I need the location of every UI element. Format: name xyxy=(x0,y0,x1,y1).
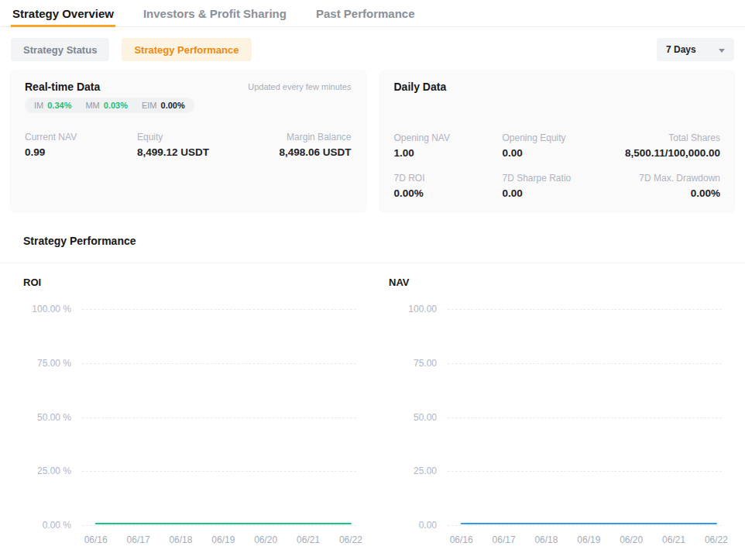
time-range-dropdown[interactable]: 7 Days xyxy=(657,38,734,61)
nav-chart: NAV 100.0075.0050.0025.000.0006/1606/170… xyxy=(389,277,722,551)
realtime-card-title: Real-time Data xyxy=(25,80,100,94)
im-badge: IM 0.34% xyxy=(34,101,71,110)
stat-label: 7D Sharpe Ratio xyxy=(503,173,640,184)
stat-value: 8,498.06 USDT xyxy=(279,146,351,159)
data-cards-row: Real-time Data Updated every few minutes… xyxy=(0,61,745,213)
stat-value: 1.00 xyxy=(394,147,503,160)
y-axis-label: 25.00 xyxy=(389,466,437,476)
x-axis-label: 06/21 xyxy=(297,534,320,545)
tab-past-performance[interactable]: Past Performance xyxy=(314,0,417,27)
x-axis-label: 06/22 xyxy=(705,534,728,545)
y-axis-label: 100.00 % xyxy=(23,304,71,314)
x-axis-label: 06/22 xyxy=(339,534,362,545)
mm-label: MM xyxy=(85,101,99,110)
daily-card-title: Daily Data xyxy=(394,80,447,94)
top-tab-bar: Strategy Overview Investors & Profit Sha… xyxy=(0,0,745,27)
y-axis-label: 75.00 % xyxy=(23,358,71,369)
x-axis-label: 06/18 xyxy=(534,534,558,545)
tab-strategy-overview[interactable]: Strategy Overview xyxy=(11,0,115,27)
x-axis-label: 06/21 xyxy=(662,534,685,545)
nav-chart-plot[interactable]: 100.0075.0050.0025.000.0006/1606/1706/18… xyxy=(389,309,722,551)
nav-line-svg xyxy=(448,309,722,525)
stat-current-nav: Current NAV 0.99 xyxy=(25,132,137,159)
eim-badge: EIM 0.00% xyxy=(142,101,185,110)
x-axis-label: 06/19 xyxy=(211,534,235,545)
pill-strategy-performance[interactable]: Strategy Performance xyxy=(122,38,251,61)
plot-area: 06/1606/1706/1806/1906/2006/2106/22 xyxy=(82,309,356,525)
stat-label: Equity xyxy=(137,132,279,143)
y-axis-label: 0.00 xyxy=(389,520,437,531)
stat-opening-nav: Opening NAV 1.00 xyxy=(394,132,503,160)
pill-strategy-status[interactable]: Strategy Status xyxy=(11,38,109,61)
strategy-performance-section: Strategy Performance ROI 100.00 %75.00 %… xyxy=(0,213,745,551)
y-axis-label: 100.00 xyxy=(389,304,437,314)
tab-investors-profit-sharing[interactable]: Investors & Profit Sharing xyxy=(142,0,288,27)
eim-value: 0.00% xyxy=(161,101,185,110)
stat-value: 0.00% xyxy=(394,187,503,200)
stat-label: 7D Max. Drawdown xyxy=(639,173,720,184)
y-axis-label: 75.00 xyxy=(389,358,437,369)
stat-7d-max-drawdown: 7D Max. Drawdown 0.00% xyxy=(639,173,720,200)
x-axis-label: 06/20 xyxy=(254,534,277,545)
stat-total-shares: Total Shares 8,500.11/100,000.00 xyxy=(625,132,720,160)
nav-chart-title: NAV xyxy=(389,277,722,289)
sub-nav: Strategy Status Strategy Performance 7 D… xyxy=(0,27,745,61)
x-axis-label: 06/19 xyxy=(577,534,600,545)
realtime-data-card: Real-time Data Updated every few minutes… xyxy=(9,70,367,213)
daily-data-card: Daily Data Opening NAV 1.00 Opening Equi… xyxy=(379,70,736,213)
stat-label: Opening Equity xyxy=(503,132,625,143)
time-range-value: 7 Days xyxy=(666,44,696,55)
im-label: IM xyxy=(34,101,43,110)
stat-label: Margin Balance xyxy=(279,132,351,143)
roi-line-svg xyxy=(82,309,356,525)
stat-7d-roi: 7D ROI 0.00% xyxy=(394,173,503,200)
section-title: Strategy Performance xyxy=(23,234,722,248)
mm-badge: MM 0.03% xyxy=(85,101,128,110)
y-axis-label: 50.00 xyxy=(389,412,437,423)
x-axis-label: 06/17 xyxy=(127,534,150,545)
x-axis-label: 06/18 xyxy=(169,534,192,545)
stat-label: 7D ROI xyxy=(394,173,503,184)
stat-label: Current NAV xyxy=(25,132,137,143)
y-axis-label: 25.00 % xyxy=(23,466,71,476)
roi-chart-title: ROI xyxy=(23,277,356,289)
x-axis-label: 06/20 xyxy=(620,534,643,545)
y-axis-label: 0.00 % xyxy=(23,520,71,531)
x-axis-label: 06/16 xyxy=(450,534,473,545)
y-axis-label: 50.00 % xyxy=(23,412,71,423)
x-axis-label: 06/16 xyxy=(84,534,108,545)
gridline xyxy=(82,525,356,526)
x-axis-label: 06/17 xyxy=(493,534,516,545)
caret-down-icon xyxy=(719,49,725,53)
stat-label: Total Shares xyxy=(625,132,720,143)
stat-value: 0.00% xyxy=(639,187,720,200)
eim-label: EIM xyxy=(142,101,157,110)
mm-value: 0.03% xyxy=(104,101,128,110)
stat-equity: Equity 8,499.12 USDT xyxy=(137,132,279,159)
plot-area: 06/1606/1706/1806/1906/2006/2106/22 xyxy=(448,309,722,525)
charts-row: ROI 100.00 %75.00 %50.00 %25.00 %0.00 %0… xyxy=(0,263,745,551)
stat-value: 0.99 xyxy=(25,146,137,159)
im-value: 0.34% xyxy=(47,101,71,110)
stat-label: Opening NAV xyxy=(394,132,503,143)
stat-margin-balance: Margin Balance 8,498.06 USDT xyxy=(279,132,351,159)
margin-ratio-badge: IM 0.34% MM 0.03% EIM 0.00% xyxy=(25,98,194,113)
stat-7d-sharpe-ratio: 7D Sharpe Ratio 0.00 xyxy=(503,173,640,200)
roi-chart-plot[interactable]: 100.00 %75.00 %50.00 %25.00 %0.00 %06/16… xyxy=(23,309,356,551)
stat-value: 8,500.11/100,000.00 xyxy=(625,147,720,160)
stat-value: 0.00 xyxy=(503,187,640,200)
stat-value: 0.00 xyxy=(503,147,625,160)
gridline xyxy=(448,525,722,526)
updated-note: Updated every few minutes xyxy=(248,82,351,91)
stat-opening-equity: Opening Equity 0.00 xyxy=(503,132,625,160)
stat-value: 8,499.12 USDT xyxy=(137,146,279,159)
roi-chart: ROI 100.00 %75.00 %50.00 %25.00 %0.00 %0… xyxy=(23,277,356,551)
